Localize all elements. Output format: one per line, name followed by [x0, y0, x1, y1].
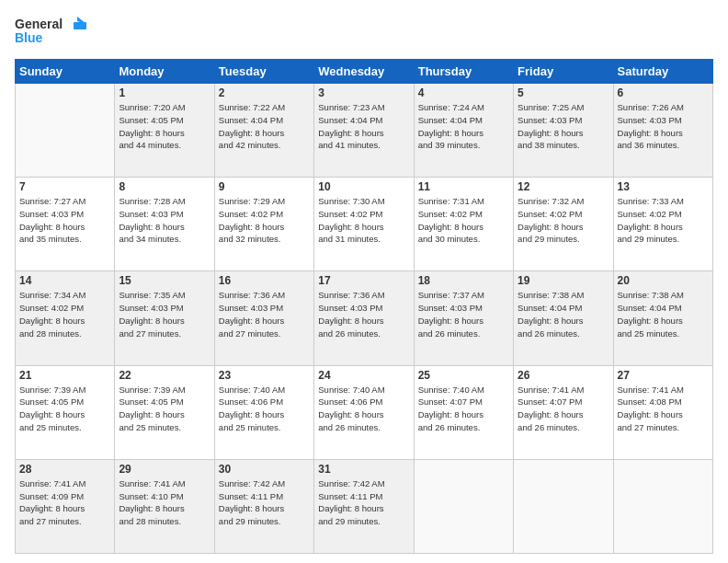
- day-info: Sunrise: 7:40 AMSunset: 4:06 PMDaylight:…: [318, 384, 409, 434]
- calendar-cell: 19Sunrise: 7:38 AMSunset: 4:04 PMDayligh…: [514, 271, 613, 365]
- day-number: 25: [418, 369, 509, 382]
- day-number: 31: [318, 463, 409, 476]
- calendar-cell: 29Sunrise: 7:41 AMSunset: 4:10 PMDayligh…: [115, 459, 214, 553]
- weekday-thursday: Thursday: [414, 60, 513, 84]
- calendar-cell: 27Sunrise: 7:41 AMSunset: 4:08 PMDayligh…: [613, 365, 712, 459]
- day-info: Sunrise: 7:39 AMSunset: 4:05 PMDaylight:…: [19, 384, 110, 434]
- weekday-tuesday: Tuesday: [214, 60, 313, 84]
- calendar-cell: 30Sunrise: 7:42 AMSunset: 4:11 PMDayligh…: [214, 459, 313, 553]
- day-info: Sunrise: 7:39 AMSunset: 4:05 PMDaylight:…: [119, 384, 210, 434]
- day-number: 22: [119, 369, 210, 382]
- day-number: 10: [318, 180, 409, 193]
- svg-text:General: General: [15, 17, 63, 31]
- day-number: 16: [219, 274, 310, 287]
- day-number: 15: [119, 274, 210, 287]
- calendar-cell: 1Sunrise: 7:20 AMSunset: 4:05 PMDaylight…: [115, 84, 214, 178]
- weekday-header: SundayMondayTuesdayWednesdayThursdayFrid…: [16, 60, 713, 84]
- calendar-cell: 2Sunrise: 7:22 AMSunset: 4:04 PMDaylight…: [214, 84, 313, 178]
- week-row-2: 14Sunrise: 7:34 AMSunset: 4:02 PMDayligh…: [16, 271, 713, 365]
- day-info: Sunrise: 7:23 AMSunset: 4:04 PMDaylight:…: [318, 101, 409, 152]
- day-info: Sunrise: 7:22 AMSunset: 4:04 PMDaylight:…: [219, 101, 310, 152]
- day-info: Sunrise: 7:20 AMSunset: 4:05 PMDaylight:…: [119, 101, 210, 152]
- day-number: 24: [318, 369, 409, 382]
- day-number: 23: [219, 369, 310, 382]
- day-info: Sunrise: 7:29 AMSunset: 4:02 PMDaylight:…: [219, 195, 310, 246]
- day-number: 17: [318, 274, 409, 287]
- calendar-cell: 12Sunrise: 7:32 AMSunset: 4:02 PMDayligh…: [514, 178, 613, 271]
- svg-text:Blue: Blue: [15, 30, 43, 45]
- calendar-cell: [514, 459, 613, 553]
- day-info: Sunrise: 7:33 AMSunset: 4:02 PMDaylight:…: [618, 195, 709, 246]
- week-row-1: 7Sunrise: 7:27 AMSunset: 4:03 PMDaylight…: [16, 178, 713, 271]
- day-info: Sunrise: 7:42 AMSunset: 4:11 PMDaylight:…: [318, 477, 409, 528]
- day-number: 18: [418, 274, 509, 287]
- day-number: 1: [119, 86, 210, 99]
- weekday-friday: Friday: [514, 60, 613, 84]
- day-number: 28: [19, 463, 110, 476]
- day-number: 5: [518, 86, 609, 99]
- day-info: Sunrise: 7:28 AMSunset: 4:03 PMDaylight:…: [119, 195, 210, 246]
- day-info: Sunrise: 7:38 AMSunset: 4:04 PMDaylight:…: [618, 289, 709, 339]
- day-number: 7: [19, 180, 110, 193]
- calendar-cell: 4Sunrise: 7:24 AMSunset: 4:04 PMDaylight…: [414, 84, 513, 178]
- day-info: Sunrise: 7:37 AMSunset: 4:03 PMDaylight:…: [418, 289, 509, 339]
- day-number: 27: [618, 369, 709, 382]
- day-number: 21: [19, 369, 110, 382]
- day-info: Sunrise: 7:40 AMSunset: 4:07 PMDaylight:…: [418, 384, 509, 434]
- day-info: Sunrise: 7:38 AMSunset: 4:04 PMDaylight:…: [518, 289, 609, 339]
- day-number: 26: [518, 369, 609, 382]
- day-number: 14: [19, 274, 110, 287]
- calendar-cell: 6Sunrise: 7:26 AMSunset: 4:03 PMDaylight…: [613, 84, 712, 178]
- calendar-cell: 17Sunrise: 7:36 AMSunset: 4:03 PMDayligh…: [314, 271, 414, 365]
- calendar-cell: 14Sunrise: 7:34 AMSunset: 4:02 PMDayligh…: [16, 271, 115, 365]
- calendar-cell: 24Sunrise: 7:40 AMSunset: 4:06 PMDayligh…: [314, 365, 414, 459]
- day-info: Sunrise: 7:36 AMSunset: 4:03 PMDaylight:…: [318, 289, 409, 339]
- day-number: 2: [219, 86, 310, 99]
- day-number: 30: [219, 463, 310, 476]
- calendar-cell: 8Sunrise: 7:28 AMSunset: 4:03 PMDaylight…: [115, 178, 214, 271]
- weekday-wednesday: Wednesday: [314, 60, 414, 84]
- weekday-sunday: Sunday: [16, 60, 115, 84]
- calendar-cell: 28Sunrise: 7:41 AMSunset: 4:09 PMDayligh…: [16, 459, 115, 553]
- page: General Blue SundayMondayTuesdayWednesda…: [0, 0, 728, 563]
- weekday-saturday: Saturday: [613, 60, 712, 84]
- logo: General Blue: [15, 15, 88, 50]
- day-number: 12: [518, 180, 609, 193]
- day-number: 4: [418, 86, 509, 99]
- calendar-cell: 18Sunrise: 7:37 AMSunset: 4:03 PMDayligh…: [414, 271, 513, 365]
- calendar-cell: 5Sunrise: 7:25 AMSunset: 4:03 PMDaylight…: [514, 84, 613, 178]
- calendar-table: SundayMondayTuesdayWednesdayThursdayFrid…: [15, 59, 713, 554]
- week-row-3: 21Sunrise: 7:39 AMSunset: 4:05 PMDayligh…: [16, 365, 713, 459]
- day-number: 29: [119, 463, 210, 476]
- week-row-0: 1Sunrise: 7:20 AMSunset: 4:05 PMDaylight…: [16, 84, 713, 178]
- day-info: Sunrise: 7:41 AMSunset: 4:07 PMDaylight:…: [518, 384, 609, 434]
- calendar-cell: 31Sunrise: 7:42 AMSunset: 4:11 PMDayligh…: [314, 459, 414, 553]
- calendar-cell: [613, 459, 712, 553]
- day-number: 3: [318, 86, 409, 99]
- logo-svg: General Blue: [15, 15, 88, 50]
- calendar-cell: 22Sunrise: 7:39 AMSunset: 4:05 PMDayligh…: [115, 365, 214, 459]
- day-number: 11: [418, 180, 509, 193]
- svg-rect-3: [74, 22, 86, 29]
- day-number: 19: [518, 274, 609, 287]
- day-info: Sunrise: 7:36 AMSunset: 4:03 PMDaylight:…: [219, 289, 310, 339]
- day-info: Sunrise: 7:24 AMSunset: 4:04 PMDaylight:…: [418, 101, 509, 152]
- day-info: Sunrise: 7:32 AMSunset: 4:02 PMDaylight:…: [518, 195, 609, 246]
- day-info: Sunrise: 7:34 AMSunset: 4:02 PMDaylight:…: [19, 289, 110, 339]
- day-info: Sunrise: 7:41 AMSunset: 4:08 PMDaylight:…: [618, 384, 709, 434]
- day-info: Sunrise: 7:27 AMSunset: 4:03 PMDaylight:…: [19, 195, 110, 246]
- day-number: 20: [618, 274, 709, 287]
- calendar-cell: 13Sunrise: 7:33 AMSunset: 4:02 PMDayligh…: [613, 178, 712, 271]
- calendar-cell: 11Sunrise: 7:31 AMSunset: 4:02 PMDayligh…: [414, 178, 513, 271]
- day-number: 13: [618, 180, 709, 193]
- calendar-body: 1Sunrise: 7:20 AMSunset: 4:05 PMDaylight…: [16, 84, 713, 554]
- calendar-cell: 16Sunrise: 7:36 AMSunset: 4:03 PMDayligh…: [214, 271, 313, 365]
- calendar-cell: 21Sunrise: 7:39 AMSunset: 4:05 PMDayligh…: [16, 365, 115, 459]
- day-info: Sunrise: 7:41 AMSunset: 4:10 PMDaylight:…: [119, 477, 210, 528]
- calendar-cell: 9Sunrise: 7:29 AMSunset: 4:02 PMDaylight…: [214, 178, 313, 271]
- header: General Blue: [15, 15, 713, 50]
- calendar-cell: 15Sunrise: 7:35 AMSunset: 4:03 PMDayligh…: [115, 271, 214, 365]
- day-info: Sunrise: 7:40 AMSunset: 4:06 PMDaylight:…: [219, 384, 310, 434]
- calendar-cell: 10Sunrise: 7:30 AMSunset: 4:02 PMDayligh…: [314, 178, 414, 271]
- day-info: Sunrise: 7:41 AMSunset: 4:09 PMDaylight:…: [19, 477, 110, 528]
